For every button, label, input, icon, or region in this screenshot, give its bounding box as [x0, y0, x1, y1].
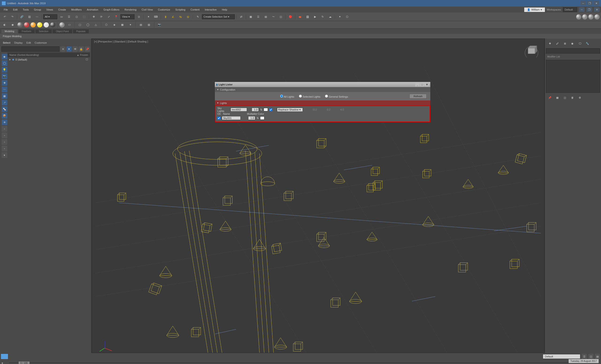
material-cyl-icon[interactable]: ◯ — [84, 22, 91, 28]
curve-editor-button[interactable]: 〜 — [270, 14, 277, 20]
render-frame-button[interactable]: 🖼 — [304, 14, 311, 20]
inner-maximize-button[interactable]: ❐ — [586, 7, 592, 12]
radio-selected-lights[interactable]: Selected Lights — [299, 95, 320, 98]
angle-snap-button[interactable]: ∠ — [170, 14, 176, 20]
layer-options-2[interactable]: ◫ — [588, 354, 593, 359]
tab-customize[interactable]: Customize — [34, 41, 47, 44]
orb-sphere[interactable] — [60, 22, 65, 28]
spinner-icon[interactable]: ⇅ — [257, 117, 259, 120]
mult-value-2[interactable]: 1.0 — [248, 116, 255, 120]
filter-button[interactable]: ▼ — [66, 47, 72, 52]
window-crossing-button[interactable]: ⬚ — [81, 14, 87, 20]
orb-grey[interactable] — [17, 22, 22, 28]
pin-button[interactable]: 📌 — [85, 47, 90, 52]
maximize-button[interactable]: ❐ — [587, 1, 592, 6]
mult-value-1[interactable]: 1.0 — [252, 108, 259, 111]
render-iterative-button[interactable]: ↻ — [319, 14, 326, 20]
make-unique-icon[interactable]: ◫ — [562, 95, 568, 101]
material-extra-6[interactable]: ▥ — [146, 22, 152, 28]
undo-button[interactable]: ↶ — [1, 14, 8, 20]
orb-dark[interactable] — [50, 22, 55, 28]
orb-orange[interactable] — [30, 22, 36, 28]
material-extra-2[interactable]: ◈ — [111, 22, 118, 28]
refresh-button[interactable]: Refresh — [410, 94, 427, 98]
configure-sets-icon[interactable]: ⚙ — [577, 95, 583, 101]
keyboard-shortcut-button[interactable]: ⌨ — [153, 14, 159, 20]
spinner-icon[interactable]: ⇅ — [260, 108, 262, 111]
layer-name-input[interactable] — [543, 354, 580, 359]
object-name-input[interactable] — [546, 48, 600, 53]
orb-white[interactable] — [44, 22, 49, 28]
rect-select-button[interactable]: ◻ — [73, 14, 80, 20]
redo-button[interactable]: ↷ — [9, 14, 16, 20]
workspace-dropdown[interactable]: Default — [563, 7, 577, 12]
material-extra-5[interactable]: ▤ — [138, 22, 144, 28]
menu-modifiers[interactable]: Modifiers — [69, 7, 84, 12]
bind-spacewarp-button[interactable]: 〰 — [34, 14, 40, 20]
on-checkbox-2[interactable] — [217, 117, 220, 120]
ribbon-tab-selection[interactable]: Selection — [35, 29, 52, 33]
show-end-result-icon[interactable]: ▦ — [554, 95, 560, 101]
config-section-header[interactable]: ▾ Configuration — [215, 87, 430, 92]
material-extra-3[interactable]: ▦ — [119, 22, 126, 28]
filter-extra-2[interactable]: ▫ — [2, 133, 7, 138]
motion-tab-icon[interactable]: ◉ — [569, 40, 575, 47]
render-production-button[interactable]: ▶ — [312, 14, 318, 20]
tab-edit[interactable]: Edit — [27, 41, 31, 44]
view-options-button[interactable]: 👁 — [72, 47, 78, 52]
align-button[interactable]: ▦ — [247, 14, 254, 20]
layers-button[interactable]: ☰ — [255, 14, 261, 20]
modifier-stack[interactable] — [546, 60, 600, 93]
modify-tab-icon[interactable]: 🖉 — [554, 40, 560, 47]
shadow-checkbox-1[interactable] — [269, 108, 272, 111]
viewport-label[interactable]: [+] [Perspective ] [Standard ] [Default … — [94, 40, 148, 43]
material-extra-4[interactable]: ✦ — [127, 22, 134, 28]
menu-group[interactable]: Group — [31, 7, 43, 12]
utilities-tab-icon[interactable]: 🔧 — [584, 40, 591, 47]
menu-rendering[interactable]: Rendering — [122, 7, 139, 12]
shadow-type-dropdown[interactable]: Raytrace Shadow ▾ — [277, 108, 303, 112]
layer-options-1[interactable]: ☰ — [582, 354, 587, 359]
schematic-view-button[interactable]: ◫ — [278, 14, 284, 20]
minimize-button[interactable]: ─ — [580, 1, 586, 6]
light-name-1[interactable]: irect002 — [230, 108, 247, 111]
hierarchy-tab-icon[interactable]: ⊞ — [562, 40, 568, 47]
filter-groups-icon[interactable]: ▦ — [2, 93, 7, 99]
filter-helpers-icon[interactable]: ✚ — [2, 80, 7, 86]
lights-section-header[interactable]: ▾ Lights — [215, 100, 430, 105]
material-camera-icon[interactable]: 📷 — [156, 22, 163, 28]
menu-animation[interactable]: Animation — [84, 7, 101, 12]
dialog-close-button[interactable]: ✕ — [425, 83, 429, 86]
menu-customize[interactable]: Customize — [156, 7, 172, 12]
tab-select[interactable]: Select — [3, 41, 10, 44]
viewcube[interactable] — [523, 41, 540, 58]
search-clear-button[interactable]: ✕ — [60, 47, 66, 52]
light-lister-dialog[interactable]: ▮ Light Lister _ □ ✕ ▾ Configuration All… — [215, 82, 431, 122]
select-by-name-button[interactable]: ☰ — [66, 14, 72, 20]
light-name-2[interactable]: Sky001 — [222, 116, 241, 120]
expand-icon[interactable]: ▸ — [9, 58, 11, 61]
inner-close-button[interactable]: ✕ — [594, 7, 600, 12]
ribbon-tab-object-paint[interactable]: Object Paint — [53, 29, 72, 33]
material-box-icon[interactable]: ▢ — [77, 22, 83, 28]
radio-all-lights[interactable]: All Lights — [280, 95, 294, 98]
time-slider[interactable]: 0 / 100 — [9, 361, 599, 364]
column-frozen[interactable]: ▲ Frozen — [77, 53, 88, 56]
scene-item-default[interactable]: ▸ ◆ 0 (default) ☐ — [8, 57, 90, 62]
menu-tools[interactable]: Tools — [20, 7, 31, 12]
layer-options-3[interactable]: ▤ — [595, 354, 600, 359]
pin-stack-icon[interactable]: 📌 — [547, 95, 553, 101]
filter-collapse-icon[interactable]: ▾ — [2, 152, 7, 158]
select-rotate-button[interactable]: ⟳ — [98, 14, 104, 20]
link-button[interactable]: 🔗 — [19, 14, 25, 20]
display-tab-icon[interactable]: 🖵 — [577, 40, 583, 47]
filter-extra-1[interactable]: ▫ — [2, 126, 7, 132]
dialog-maximize-button[interactable]: □ — [420, 83, 424, 86]
remove-modifier-icon[interactable]: 🗑 — [569, 95, 575, 101]
filter-lights-icon[interactable]: 💡 — [2, 67, 7, 72]
toggle-ribbon-button[interactable]: ▤ — [262, 14, 269, 20]
scene-search-input[interactable] — [1, 47, 60, 52]
percent-snap-button[interactable]: % — [177, 14, 184, 20]
snap-toggle-button[interactable]: 3 — [162, 14, 169, 20]
modifier-list-label[interactable]: Modifier List — [546, 54, 600, 59]
